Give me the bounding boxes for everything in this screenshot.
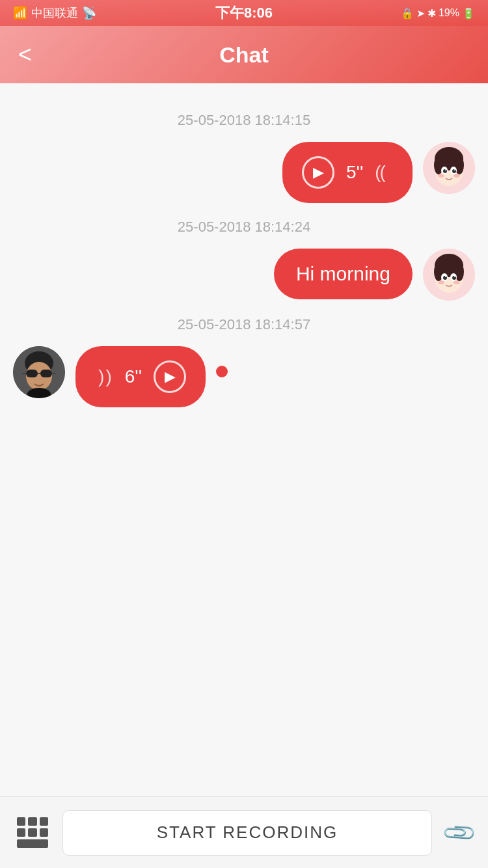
svg-point-13	[438, 174, 444, 178]
battery-icon: 🔋	[462, 7, 475, 20]
status-time: 下午8:06	[215, 3, 273, 23]
bottom-bar: START RECORDING 📎	[0, 796, 488, 868]
svg-point-27	[454, 276, 455, 277]
message-text-2: Hi morning	[296, 263, 390, 284]
start-recording-button[interactable]: START RECORDING	[62, 810, 432, 856]
lock-icon: 🔒	[401, 7, 414, 20]
carrier-name: 中国联通	[31, 5, 78, 21]
svg-point-21	[457, 262, 463, 272]
voice-duration-1: 5''	[346, 162, 363, 183]
svg-point-12	[454, 169, 455, 170]
voice-bubble-3[interactable]: ▶ 6'' ))	[75, 346, 206, 407]
svg-point-29	[454, 280, 460, 284]
avatar-boy-3	[13, 346, 65, 398]
svg-point-10	[452, 169, 456, 173]
chat-area: 25-05-2018 18:14:15	[0, 83, 488, 796]
grid-dot	[28, 828, 36, 837]
timestamp-2: 25-05-2018 18:14:24	[13, 219, 475, 236]
nav-title: Chat	[219, 42, 269, 68]
message-row-1: ▶ 5'' ((	[13, 142, 475, 203]
avatar-girl-1	[423, 142, 475, 194]
grid-dot	[17, 839, 48, 848]
grid-dot	[17, 817, 25, 826]
status-left: 📶 中国联通 📡	[13, 5, 96, 21]
svg-point-28	[438, 280, 444, 284]
location-icon: ➤	[416, 7, 425, 20]
text-bubble-2: Hi morning	[274, 249, 413, 299]
voice-duration-3: 6''	[125, 366, 142, 387]
nav-bar: < Chat	[0, 26, 488, 83]
svg-rect-33	[26, 370, 38, 377]
svg-point-24	[443, 276, 447, 280]
unread-dot	[216, 366, 228, 377]
svg-point-9	[443, 169, 447, 173]
svg-point-20	[435, 262, 441, 272]
attachment-icon[interactable]: 📎	[436, 809, 482, 856]
status-bar: 📶 中国联通 📡 下午8:06 🔒 ➤ ✱ 19% 🔋	[0, 0, 488, 26]
voice-bubble-1[interactable]: ▶ 5'' ((	[282, 142, 413, 203]
status-right: 🔒 ➤ ✱ 19% 🔋	[401, 7, 475, 20]
wifi-icon: 📡	[82, 6, 96, 20]
play-button-1[interactable]: ▶	[302, 156, 334, 189]
avatar-girl-2	[423, 249, 475, 301]
play-button-3[interactable]: ▶	[154, 360, 186, 393]
timestamp-1: 25-05-2018 18:14:15	[13, 112, 475, 129]
bluetooth-icon: ✱	[427, 7, 436, 20]
svg-point-26	[445, 276, 446, 277]
wave-icon-1: ((	[375, 162, 385, 183]
message-row-2: Hi morning	[13, 249, 475, 301]
svg-point-11	[445, 169, 446, 170]
back-button[interactable]: <	[18, 41, 32, 68]
svg-point-25	[452, 276, 456, 280]
battery-percent: 19%	[439, 7, 459, 19]
svg-point-14	[454, 174, 460, 178]
grid-dot	[40, 828, 48, 837]
timestamp-3: 25-05-2018 18:14:57	[13, 316, 475, 333]
grid-dot	[28, 817, 36, 826]
wave-icon-3: ))	[98, 366, 113, 387]
grid-dot	[17, 828, 25, 837]
menu-icon[interactable]	[13, 813, 52, 852]
signal-bars: 📶	[13, 6, 27, 20]
svg-point-6	[457, 155, 463, 165]
grid-dot	[40, 817, 48, 826]
svg-point-5	[435, 155, 441, 165]
svg-rect-34	[40, 370, 52, 377]
message-row-3: ▶ 6'' ))	[13, 346, 475, 407]
